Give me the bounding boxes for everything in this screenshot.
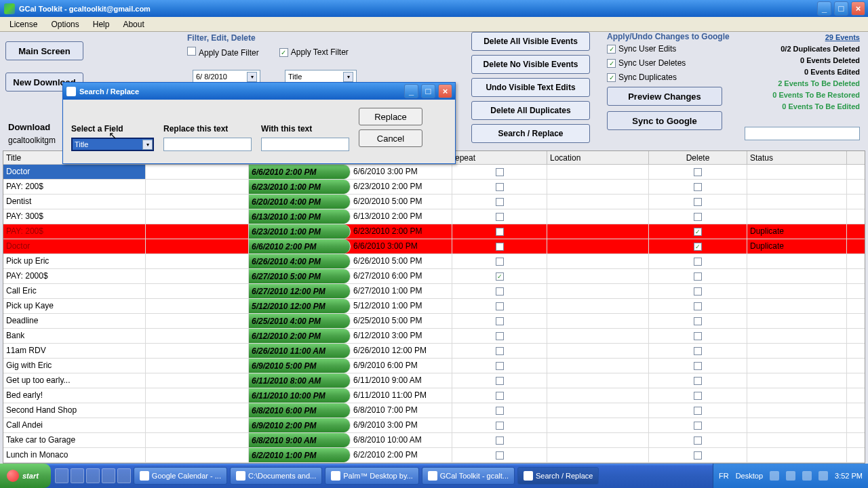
desktop-label[interactable]: Desktop [736,472,763,480]
delete-checkbox[interactable] [694,302,702,310]
table-row[interactable]: Lunch in Monaco6/2/2010 1:00 PM6/2/2010 … [3,448,865,463]
menu-options[interactable]: Options [44,18,85,31]
delete-checkbox[interactable] [694,287,702,296]
menu-about[interactable]: About [116,18,151,31]
repeat-checkbox[interactable] [496,377,504,385]
preview-changes-button[interactable]: Preview Changes [607,87,722,106]
delete-checkbox[interactable] [694,332,702,340]
quick-launch-item[interactable] [55,468,68,483]
table-row[interactable]: 11am RDV6/26/2010 11:00 AM6/26/2010 12:0… [3,344,865,359]
menu-help[interactable]: Help [86,18,117,31]
delete-checkbox[interactable] [694,317,702,325]
table-row[interactable]: PAY: 200$6/23/2010 1:00 PM6/23/2010 2:00… [3,180,865,195]
quick-launch-item[interactable] [71,468,84,483]
delete-checkbox[interactable] [694,168,702,176]
col-repeat[interactable]: epeat [452,151,547,164]
repeat-checkbox[interactable] [496,243,504,251]
table-row[interactable]: PAY: 300$6/13/2010 1:00 PM6/13/2010 2:00… [3,209,865,224]
grid-body[interactable]: Doctor6/6/2010 2:00 PM6/6/2010 3:00 PMPA… [3,165,865,463]
repeat-checkbox[interactable] [496,392,504,400]
replace-this-input[interactable] [163,138,252,151]
taskbar-item[interactable]: Google Calendar - ... [134,467,227,485]
repeat-checkbox[interactable] [496,287,504,296]
delete-checkbox[interactable] [694,451,702,460]
col-delete[interactable]: Delete [649,151,747,164]
tray-icon[interactable] [802,471,812,481]
delete-checkbox[interactable] [694,272,702,281]
sync-user-edits-checkbox[interactable] [607,45,616,54]
sync-duplicates-checkbox[interactable] [607,73,616,82]
repeat-checkbox[interactable] [496,436,504,445]
repeat-checkbox[interactable] [496,422,504,430]
taskbar-item[interactable]: C:\Documents and... [230,467,322,485]
maximize-button[interactable]: □ [834,1,848,16]
delete-checkbox[interactable]: ✓ [694,228,702,236]
table-row[interactable]: Bed early!6/11/2010 10:00 PM6/11/2010 11… [3,388,865,403]
delete-checkbox[interactable] [694,436,702,445]
col-location[interactable]: Location [547,151,649,164]
delete-checkbox[interactable] [694,377,702,385]
table-row[interactable]: PAY: 200$6/23/2010 1:00 PM6/23/2010 2:00… [3,224,865,239]
delete-checkbox[interactable] [694,198,702,206]
chevron-down-icon[interactable]: ▾ [247,72,257,82]
table-row[interactable]: Dentist6/20/2010 4:00 PM6/20/2010 5:00 P… [3,195,865,209]
repeat-checkbox[interactable] [496,451,504,460]
table-row[interactable]: Pick up Eric6/26/2010 4:00 PM6/26/2010 5… [3,254,865,269]
table-row[interactable]: Gig with Eric6/9/2010 5:00 PM6/9/2010 6:… [3,359,865,373]
field-dropdown[interactable]: Title▾ [71,138,154,151]
date-select[interactable]: 6/ 8/2010▾ [193,70,260,83]
replace-button[interactable]: Replace [359,108,422,125]
delete-checkbox[interactable] [694,347,702,355]
minimize-button[interactable]: _ [817,1,831,16]
taskbar-item-active[interactable]: Search / Replace [517,467,599,485]
table-row[interactable]: Call Eric6/27/2010 12:00 PM6/27/2010 1:0… [3,284,865,299]
dialog-minimize-button[interactable]: _ [404,84,418,98]
delete-checkbox[interactable] [694,213,702,221]
repeat-checkbox[interactable] [496,317,504,325]
repeat-checkbox[interactable] [496,183,504,191]
taskbar-item[interactable]: GCal Toolkit - gcalt... [422,467,515,485]
col-status[interactable]: Status [747,151,847,164]
table-row[interactable]: Second Hand Shop6/8/2010 6:00 PM6/8/2010… [3,403,865,418]
search-input[interactable] [745,127,860,140]
main-screen-button[interactable]: Main Screen [5,41,83,60]
quick-launch-item[interactable] [86,468,100,483]
chevron-down-icon[interactable]: ▾ [343,72,353,82]
clock[interactable]: 3:52 PM [835,472,863,480]
repeat-checkbox[interactable] [496,332,504,340]
repeat-checkbox[interactable] [496,407,504,415]
repeat-checkbox[interactable] [496,198,504,206]
dialog-title-bar[interactable]: Search / Replace _ □ × [63,83,455,100]
repeat-checkbox[interactable] [496,362,504,370]
delete-all-duplicates-button[interactable]: Delete All Duplicates [471,101,590,120]
quick-launch-item[interactable] [102,468,115,483]
quick-launch-item[interactable] [117,468,131,483]
dialog-close-button[interactable]: × [438,84,452,98]
with-this-input[interactable] [261,138,349,151]
table-row[interactable]: Take car to Garage6/8/2010 9:00 AM6/8/20… [3,433,865,448]
table-row[interactable]: Call Andei6/9/2010 2:00 PM6/9/2010 3:00 … [3,418,865,433]
repeat-checkbox[interactable] [496,168,504,176]
sync-to-google-button[interactable]: Sync to Google [607,111,722,130]
table-row[interactable]: Bank6/12/2010 2:00 PM6/12/2010 3:00 PM [3,329,865,344]
delete-checkbox[interactable] [694,258,702,266]
sync-user-deletes-checkbox[interactable] [607,59,616,68]
menu-license[interactable]: License [3,18,44,31]
table-row[interactable]: Pick up Kaye5/12/2010 12:00 PM5/12/2010 … [3,299,865,314]
table-row[interactable]: Doctor6/6/2010 2:00 PM6/6/2010 3:00 PM [3,165,865,180]
tray-icon[interactable] [770,471,779,481]
repeat-checkbox[interactable] [496,213,504,221]
delete-checkbox[interactable] [694,183,702,191]
chevron-down-icon[interactable]: ▾ [142,140,153,150]
cancel-button[interactable]: Cancel [359,129,422,147]
delete-checkbox[interactable] [694,422,702,430]
dialog-maximize-button[interactable]: □ [421,84,435,98]
apply-date-filter-checkbox[interactable] [187,47,196,56]
delete-checkbox[interactable] [694,392,702,400]
apply-text-filter-checkbox[interactable] [279,48,288,57]
field-select[interactable]: Title▾ [285,70,357,83]
table-row[interactable]: Get up too early...6/11/2010 8:00 AM6/11… [3,373,865,388]
start-button[interactable]: start [0,464,51,488]
delete-checkbox[interactable] [694,362,702,370]
repeat-checkbox[interactable] [496,228,504,236]
